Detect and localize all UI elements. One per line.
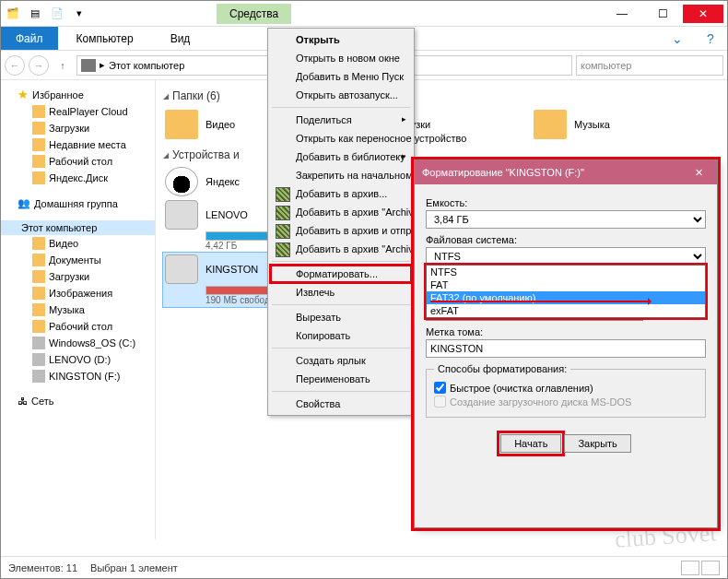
nav-up-button[interactable]: ↑ bbox=[53, 55, 73, 76]
menu-view[interactable]: Вид bbox=[152, 27, 209, 50]
menu-item[interactable]: Закрепить на начальном bbox=[270, 166, 412, 184]
sidebar-item-label: RealPlayer Cloud bbox=[49, 106, 128, 117]
filesystem-option[interactable]: NTFS bbox=[427, 266, 705, 278]
sidebar-item[interactable]: Недавние места bbox=[1, 136, 155, 153]
sidebar-item[interactable]: LENOVO (D:) bbox=[1, 351, 155, 368]
sidebar-item[interactable]: Рабочий стол bbox=[1, 318, 155, 335]
volume-label-label: Метка тома: bbox=[426, 326, 706, 337]
close-button[interactable]: ✕ bbox=[683, 5, 723, 23]
view-mode-buttons[interactable] bbox=[681, 561, 720, 575]
menu-item[interactable]: Открыть как переносное устройство bbox=[270, 129, 412, 148]
sidebar-item[interactable]: KINGSTON (F:) bbox=[1, 368, 155, 384]
device-label: LENOVO bbox=[205, 209, 248, 220]
help-button[interactable]: ? bbox=[694, 27, 727, 50]
menu-item[interactable]: Извлечь bbox=[270, 283, 412, 301]
qat-dropdown-icon[interactable]: ▾ bbox=[71, 6, 88, 22]
drive-icon bbox=[32, 370, 45, 383]
filesystem-option[interactable]: exFAT bbox=[427, 304, 705, 317]
dialog-titlebar[interactable]: Форматирование "KINGSTON (F:)" ✕ bbox=[415, 160, 717, 184]
sidebar-item[interactable]: Изображения bbox=[1, 285, 155, 301]
drive-icon bbox=[165, 254, 198, 284]
menu-item[interactable]: Поделиться bbox=[270, 111, 412, 129]
status-item-count: Элементов: 11 bbox=[8, 562, 77, 573]
sidebar-item[interactable]: Видео bbox=[1, 235, 155, 252]
drive-icon bbox=[32, 353, 45, 366]
sidebar-item[interactable]: Документы bbox=[1, 252, 155, 268]
sidebar-network[interactable]: 🖧Сеть bbox=[1, 394, 155, 408]
drive-icon bbox=[32, 254, 45, 266]
sidebar-item-label: Недавние места bbox=[49, 139, 126, 150]
annotation-arrow bbox=[430, 301, 650, 302]
sidebar-thispc-header[interactable]: Этот компьютер bbox=[1, 220, 155, 235]
nav-back-button[interactable]: ← bbox=[5, 55, 25, 76]
sidebar-item[interactable]: Музыка bbox=[1, 301, 155, 318]
network-icon: 🖧 bbox=[18, 396, 28, 407]
drive-icon bbox=[165, 200, 198, 230]
menu-item[interactable]: Форматировать... bbox=[270, 265, 412, 283]
menu-item[interactable]: Переименовать bbox=[270, 370, 412, 388]
sidebar-item-label: Изображения bbox=[49, 288, 112, 299]
nav-forward-button[interactable]: → bbox=[29, 55, 49, 76]
filesystem-option[interactable]: FAT bbox=[427, 278, 705, 291]
menu-file[interactable]: Файл bbox=[1, 27, 58, 50]
window-titlebar: 🗂️ ▤ 📄 ▾ Средства — ☐ ✕ bbox=[1, 1, 727, 27]
section-folders[interactable]: Папки (6) bbox=[163, 84, 720, 106]
dialog-close-button[interactable]: ✕ bbox=[687, 167, 710, 179]
menu-item[interactable]: Открыть автозапуск... bbox=[270, 86, 412, 104]
context-menu: ОткрытьОткрыть в новом окнеДобавить в Ме… bbox=[267, 28, 415, 416]
menu-item[interactable]: Добавить в архив и отправ bbox=[270, 221, 412, 240]
sidebar-item-label: Документы bbox=[49, 254, 101, 266]
drive-icon bbox=[32, 287, 45, 300]
sidebar-item-label: Видео bbox=[49, 238, 78, 249]
sidebar-item-label: Загрузки bbox=[49, 271, 89, 282]
capacity-label: Емкость: bbox=[426, 197, 706, 208]
sidebar-item-label: Рабочий стол bbox=[49, 321, 112, 332]
quick-format-checkbox[interactable]: Быстрое (очистка оглавления) bbox=[434, 382, 698, 394]
drive-icon bbox=[32, 270, 45, 283]
ribbon-tab-tools[interactable]: Средства bbox=[217, 4, 291, 24]
close-dialog-button[interactable]: Закрыть bbox=[564, 434, 630, 453]
sidebar-item-label: Яндекс.Диск bbox=[49, 172, 108, 183]
status-selection: Выбран 1 элемент bbox=[90, 562, 178, 573]
sidebar-item[interactable]: Яндекс.Диск bbox=[1, 170, 155, 186]
menu-item[interactable]: Добавить в архив... bbox=[270, 184, 412, 203]
sidebar-item[interactable]: RealPlayer Cloud bbox=[1, 103, 155, 120]
menu-item[interactable]: Открыть bbox=[270, 30, 412, 49]
qat-newfolder-icon[interactable]: 📄 bbox=[49, 6, 65, 22]
folder-icon bbox=[32, 155, 45, 168]
sidebar-favorites-header[interactable]: ★Избранное bbox=[1, 86, 155, 103]
menu-item[interactable]: Копировать bbox=[270, 326, 412, 345]
ribbon-expand-button[interactable]: ⌄ bbox=[661, 27, 694, 50]
folder-icon bbox=[32, 105, 45, 118]
menu-item[interactable]: Добавить в архив "Archive bbox=[270, 203, 412, 221]
capacity-select[interactable]: 3,84 ГБ bbox=[426, 210, 706, 229]
menu-item[interactable]: Открыть в новом окне bbox=[270, 49, 412, 67]
filesystem-dropdown-list[interactable]: NTFSFATFAT32 (по умолчанию)exFAT bbox=[426, 265, 706, 318]
sidebar-homegroup[interactable]: 👥Домашняя группа bbox=[1, 195, 155, 211]
search-input[interactable]: компьютер bbox=[576, 55, 723, 76]
sidebar-item[interactable]: Загрузки bbox=[1, 268, 155, 285]
app-icon: 🗂️ bbox=[5, 6, 21, 22]
filesystem-label: Файловая система: bbox=[426, 234, 706, 245]
menu-item[interactable]: Добавить в библиотеку bbox=[270, 148, 412, 166]
sidebar-item[interactable]: Загрузки bbox=[1, 120, 155, 136]
menu-item[interactable]: Создать ярлык bbox=[270, 351, 412, 370]
status-bar: Элементов: 11 Выбран 1 элемент bbox=[1, 556, 727, 578]
format-methods-group: Способы форматирования: Быстрое (очистка… bbox=[426, 363, 706, 418]
minimize-button[interactable]: — bbox=[602, 5, 642, 23]
menu-computer[interactable]: Компьютер bbox=[58, 27, 152, 50]
sidebar-item[interactable]: Рабочий стол bbox=[1, 153, 155, 170]
folder-label: Видео bbox=[205, 119, 235, 130]
filesystem-select[interactable]: NTFS bbox=[426, 247, 706, 266]
menu-item[interactable]: Свойства bbox=[270, 395, 412, 413]
folder-item[interactable]: Музыка bbox=[532, 106, 716, 143]
start-button[interactable]: Начать bbox=[500, 434, 561, 453]
menu-item[interactable]: Добавить в архив "Archive bbox=[270, 240, 412, 258]
sidebar-item[interactable]: Windows8_OS (C:) bbox=[1, 335, 155, 351]
device-label: KINGSTON bbox=[205, 264, 258, 275]
menu-item[interactable]: Добавить в Меню Пуск bbox=[270, 67, 412, 86]
qat-properties-icon[interactable]: ▤ bbox=[27, 6, 43, 22]
maximize-button[interactable]: ☐ bbox=[642, 5, 683, 23]
volume-label-input[interactable] bbox=[426, 339, 706, 358]
menu-item[interactable]: Вырезать bbox=[270, 308, 412, 326]
